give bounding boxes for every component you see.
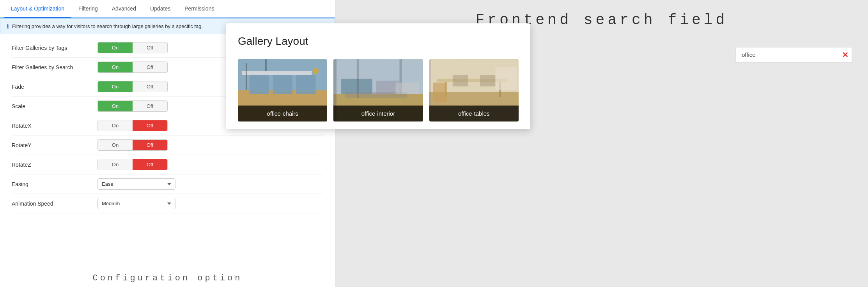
svg-rect-27 xyxy=(433,83,447,102)
label-rotatez: RotateZ xyxy=(12,162,90,168)
footer-config-label: Configuration option xyxy=(0,273,335,283)
svg-rect-2 xyxy=(242,71,312,75)
search-area: ✕ xyxy=(735,47,852,63)
gallery-item-label-office-interior: office-interior xyxy=(333,106,423,121)
svg-rect-4 xyxy=(273,75,292,94)
gallery-item-office-chairs[interactable]: office-chairs xyxy=(238,59,327,121)
tab-layout-optimization[interactable]: Layout & Optimization xyxy=(4,0,71,18)
toggle-rotatex: On Off xyxy=(97,120,168,131)
toggle-rotatex-off[interactable]: Off xyxy=(133,120,167,131)
label-rotatex: RotateX xyxy=(12,123,90,129)
tab-permissions[interactable]: Permissions xyxy=(177,0,221,18)
animation-speed-dropdown[interactable]: Slow Medium Fast xyxy=(97,198,175,209)
toggle-fade: On Off xyxy=(97,81,168,92)
svg-rect-5 xyxy=(296,75,316,94)
setting-row-animation-speed: Animation Speed Slow Medium Fast xyxy=(12,194,323,213)
label-filter-search: Filter Galleries by Search xyxy=(12,64,90,70)
toggle-rotatez: On Off xyxy=(97,159,168,170)
toggle-rotatey: On Off xyxy=(97,139,168,151)
toggle-filter-tags-off[interactable]: Off xyxy=(133,42,167,53)
toggle-scale: On Off xyxy=(97,100,168,112)
label-filter-tags: Filter Galleries by Tags xyxy=(12,45,90,51)
toggle-filter-search-off[interactable]: Off xyxy=(133,62,167,72)
right-area: Frontend search field ✕ Gallery Layout xyxy=(335,0,868,287)
tab-filtering[interactable]: Filtering xyxy=(71,0,105,18)
toggle-rotatey-off[interactable]: Off xyxy=(133,140,167,150)
svg-rect-17 xyxy=(396,83,419,94)
info-icon: ℹ xyxy=(7,23,9,30)
svg-rect-23 xyxy=(452,75,468,86)
toggle-filter-search-on[interactable]: On xyxy=(98,62,133,72)
gallery-modal: Gallery Layout xyxy=(226,23,530,129)
toggle-rotatey-on[interactable]: On xyxy=(98,140,133,150)
toggle-filter-tags: On Off xyxy=(97,42,168,53)
gallery-item-label-office-tables: office-tables xyxy=(429,106,519,121)
svg-rect-24 xyxy=(480,75,495,86)
easing-dropdown[interactable]: Ease Linear Ease-in Ease-out xyxy=(97,178,175,190)
label-animation-speed: Animation Speed xyxy=(12,201,90,207)
toggle-scale-off[interactable]: Off xyxy=(133,101,167,111)
toggle-scale-on[interactable]: On xyxy=(98,101,133,111)
gallery-modal-title: Gallery Layout xyxy=(238,35,519,48)
gallery-grid: office-chairs xyxy=(238,59,519,121)
toggle-rotatex-on[interactable]: On xyxy=(98,120,133,131)
svg-point-8 xyxy=(312,68,319,74)
svg-rect-25 xyxy=(429,59,431,106)
svg-rect-26 xyxy=(495,67,517,90)
tab-advanced[interactable]: Advanced xyxy=(105,0,143,18)
svg-rect-7 xyxy=(265,59,267,71)
search-clear-icon[interactable]: ✕ xyxy=(842,51,849,59)
svg-rect-11 xyxy=(341,79,372,94)
setting-row-rotatey: RotateY On Off xyxy=(12,136,323,155)
search-input[interactable] xyxy=(735,47,852,63)
info-text: Filtering provides a way for visitors to… xyxy=(12,23,203,29)
toggle-filter-tags-on[interactable]: On xyxy=(98,42,133,53)
gallery-item-office-interior[interactable]: office-interior xyxy=(333,59,423,121)
toggle-filter-search: On Off xyxy=(97,62,168,73)
gallery-item-label-office-chairs: office-chairs xyxy=(238,106,327,121)
label-rotatey: RotateY xyxy=(12,142,90,148)
toggle-fade-on[interactable]: On xyxy=(98,81,133,92)
toggle-rotatez-off[interactable]: Off xyxy=(133,159,167,170)
setting-row-easing: Easing Ease Linear Ease-in Ease-out xyxy=(12,174,323,194)
toggle-fade-off[interactable]: Off xyxy=(133,81,167,92)
svg-rect-3 xyxy=(250,75,269,94)
tabs-bar: Layout & Optimization Filtering Advanced… xyxy=(0,0,335,18)
search-input-wrap: ✕ xyxy=(735,47,852,63)
svg-rect-6 xyxy=(246,63,247,90)
label-easing: Easing xyxy=(12,181,90,187)
label-fade: Fade xyxy=(12,84,90,90)
setting-row-rotatez: RotateZ On Off xyxy=(12,155,323,174)
label-scale: Scale xyxy=(12,103,90,109)
tab-updates[interactable]: Updates xyxy=(143,0,177,18)
gallery-item-office-tables[interactable]: office-tables xyxy=(429,59,519,121)
toggle-rotatez-on[interactable]: On xyxy=(98,159,133,170)
